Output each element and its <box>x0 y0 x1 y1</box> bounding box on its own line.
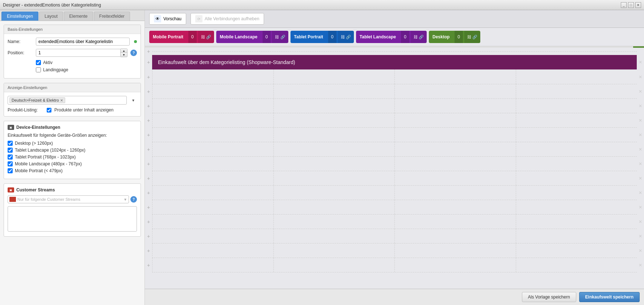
row5-col3 <box>395 128 516 142</box>
device-mobile-landscape-checkbox[interactable] <box>8 161 13 166</box>
top-divider <box>152 51 637 52</box>
row8-close-btn[interactable]: ✕ <box>637 171 644 186</box>
row10-col3 <box>395 200 516 214</box>
tablet-landscape-btn[interactable]: Tablet Landscape 0 ⛓ 🔗 <box>356 31 427 43</box>
preview-eye-icon: 👁 <box>154 15 161 22</box>
row10-close-btn[interactable]: ✕ <box>637 200 644 215</box>
row4-close-btn[interactable]: ✕ <box>637 113 644 128</box>
maximize-button[interactable]: □ <box>628 2 634 8</box>
row3-col2 <box>274 99 395 113</box>
row6-close-btn[interactable]: ✕ <box>637 142 644 157</box>
connections-button[interactable]: ⟳ Alle Verbindungen aufheben <box>191 13 264 25</box>
mobile-portrait-btn-label: Mobile Portrait <box>149 31 187 43</box>
tab-freitextfelder[interactable]: Freitextfelder <box>94 12 130 21</box>
tab-layout[interactable]: Layout <box>39 12 63 21</box>
row4-col4 <box>516 113 637 127</box>
close-button[interactable]: ✕ <box>635 2 641 8</box>
tablet-portrait-btn-label: Tablet Portrait <box>290 31 327 43</box>
row11-col1 <box>152 215 274 229</box>
top-add-btn[interactable]: + <box>145 48 152 54</box>
row10-add-btn[interactable]: + <box>145 200 152 215</box>
row8-add-btn[interactable]: + <box>145 171 152 186</box>
mobile-portrait-btn[interactable]: Mobile Portrait 0 ⛓ 🔗 <box>149 31 214 43</box>
minimize-button[interactable]: _ <box>621 2 627 8</box>
cs-dropdown-arrow[interactable]: ▼ <box>124 198 127 202</box>
canvas-inner: + + Einkaufswelt über dem Kategorielisti… <box>145 48 644 272</box>
cs-help-icon[interactable]: ? <box>130 196 137 203</box>
device-check-desktop: Desktop (> 1260px) <box>8 141 137 146</box>
row3-col4 <box>516 99 637 113</box>
row6-col2 <box>274 142 395 156</box>
tablet-landscape-btn-icons: ⛓ 🔗 <box>411 31 427 43</box>
desktop-btn-count: 0 <box>455 31 463 43</box>
row7-close-btn[interactable]: ✕ <box>637 157 644 171</box>
row14-add-btn[interactable]: + <box>145 258 152 272</box>
row9-add-btn[interactable]: + <box>145 186 152 200</box>
position-spin-up[interactable]: ▲ <box>121 49 127 53</box>
device-section-title: Device-Einstellungen <box>16 125 60 130</box>
cs-select-wrap[interactable]: Nur für folgende Customer Streams ▼ <box>8 195 129 203</box>
row1-add-btn[interactable]: + <box>145 69 152 84</box>
mobile-landscape-btn[interactable]: Mobile Landscape 0 ⛓ 🔗 <box>216 31 288 43</box>
row2-add-btn[interactable]: + <box>145 84 152 99</box>
row9-content <box>152 186 637 200</box>
banner-add-btn[interactable]: + <box>145 55 152 69</box>
tablet-portrait-btn[interactable]: Tablet Portrait 0 ⛓ 🔗 <box>290 31 354 43</box>
position-spin-down[interactable]: ▼ <box>121 53 127 57</box>
position-input[interactable] <box>36 49 121 57</box>
row9-close-btn[interactable]: ✕ <box>637 186 644 200</box>
category-tag-remove[interactable]: ✕ <box>60 98 63 102</box>
row2-close-btn[interactable]: ✕ <box>637 84 644 99</box>
row1-close-btn[interactable]: ✕ <box>637 69 644 84</box>
row14-close-btn[interactable]: ✕ <box>637 258 644 272</box>
canvas-scroll-area[interactable]: + + Einkaufswelt über dem Kategorielisti… <box>145 48 644 289</box>
aktiv-checkbox[interactable] <box>36 60 41 65</box>
basis-section-body: Name: Position: ▲ ▼ ? <box>4 34 141 78</box>
cs-textarea[interactable] <box>8 206 137 232</box>
category-dropdown-arrow[interactable]: ▼ <box>130 97 137 104</box>
save-template-button[interactable]: Als Vorlage speichern <box>522 292 576 302</box>
row13-col2 <box>274 243 395 258</box>
desktop-btn[interactable]: Desktop 0 ⛓ 🔗 <box>429 31 480 43</box>
device-tablet-landscape-checkbox[interactable] <box>8 148 13 153</box>
tablet-portrait-btn-icons: ⛓ 🔗 <box>338 31 354 43</box>
name-input[interactable] <box>36 38 130 46</box>
category-tag: Deutsch>Freizeit & Elektro ✕ <box>9 97 65 103</box>
row11-close-btn[interactable]: ✕ <box>637 215 644 229</box>
tab-elemente[interactable]: Elemente <box>64 12 93 21</box>
row5-close-btn[interactable]: ✕ <box>637 128 644 142</box>
row12-close-btn[interactable]: ✕ <box>637 229 644 243</box>
row3-close-btn[interactable]: ✕ <box>637 99 644 113</box>
save-button[interactable]: Einkaufswelt speichern <box>579 292 640 302</box>
row13-close-btn[interactable]: ✕ <box>637 243 644 258</box>
landingpage-checkbox[interactable] <box>36 67 41 72</box>
banner-close-btn[interactable]: ✕ <box>637 55 644 69</box>
row3-add-btn[interactable]: + <box>145 99 152 113</box>
row13-col3 <box>395 243 516 258</box>
name-row: Name: <box>8 38 137 46</box>
landingpage-row: Landingpage <box>8 67 137 72</box>
row1-col4 <box>516 69 637 84</box>
row5-add-btn[interactable]: + <box>145 128 152 142</box>
row11-add-btn[interactable]: + <box>145 215 152 229</box>
product-listing-checkbox[interactable] <box>47 108 51 113</box>
tablet-landscape-btn-count: 0 <box>401 31 409 43</box>
row10-content <box>152 200 637 215</box>
tab-einstellungen[interactable]: Einstellungen <box>1 12 38 21</box>
row12-add-btn[interactable]: + <box>145 229 152 243</box>
device-tablet-portrait-checkbox[interactable] <box>8 154 13 160</box>
row13-add-btn[interactable]: + <box>145 243 152 258</box>
category-tag-input[interactable]: Deutsch>Freizeit & Elektro ✕ <box>8 96 127 105</box>
device-desktop-checkbox[interactable] <box>8 141 13 146</box>
row5-col1 <box>152 128 274 142</box>
row7-add-btn[interactable]: + <box>145 157 152 171</box>
row10-col4 <box>516 200 637 214</box>
preview-button[interactable]: 👁 Vorschau <box>149 13 186 25</box>
row6-add-btn[interactable]: + <box>145 142 152 157</box>
row4-add-btn[interactable]: + <box>145 113 152 128</box>
device-mobile-portrait-checkbox[interactable] <box>8 168 13 173</box>
row1-col2 <box>274 69 395 84</box>
position-help-icon[interactable]: ? <box>130 50 137 56</box>
name-label: Name: <box>8 39 33 44</box>
device-desc: Einkaufswelt für folgende Geräte-Größen … <box>8 133 137 138</box>
